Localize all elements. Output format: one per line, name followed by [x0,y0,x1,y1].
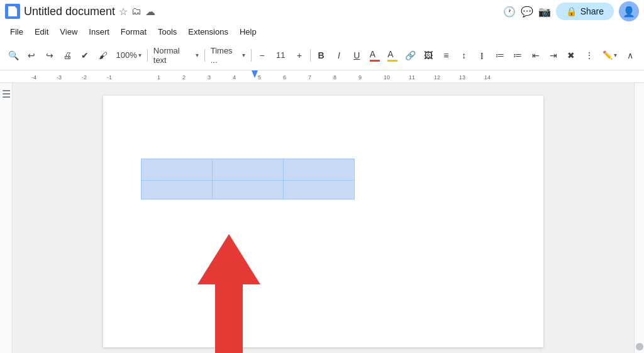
menu-extensions[interactable]: Extensions [183,25,233,38]
svg-text:7: 7 [308,74,311,81]
svg-marker-20 [197,234,260,353]
paint-format-icon[interactable]: 🖌 [94,47,111,64]
collapse-toolbar-icon[interactable]: ∧ [621,47,638,64]
text-color-bar [370,60,380,62]
list-icon[interactable]: ≔ [491,47,508,64]
comment-icon[interactable]: 💬 [521,6,533,18]
menu-format[interactable]: Format [116,25,152,38]
highlight-color-bar [387,60,397,62]
outline-toggle[interactable]: ☰ [2,88,11,100]
style-dropdown[interactable]: Normal text ▾ [150,45,203,66]
ordered-list-icon[interactable]: ≔ [509,47,526,64]
search-icon[interactable]: 🔍 [5,47,22,64]
font-size-increase-icon[interactable]: + [291,47,308,64]
svg-text:-1: -1 [107,74,112,81]
separator-2 [204,49,205,62]
redo-icon[interactable]: ↪ [41,47,58,64]
history-icon[interactable]: 🕐 [503,6,516,18]
table-container [141,159,355,199]
svg-text:-4: -4 [31,74,36,81]
underline-button[interactable]: U [348,47,365,64]
indent-increase-icon[interactable]: ⇥ [545,47,562,64]
separator-1 [147,49,148,62]
table-cell[interactable] [213,159,284,181]
table-cell[interactable] [284,181,355,199]
svg-text:1: 1 [157,74,160,81]
cloud-icon[interactable]: ☁ [145,6,155,18]
svg-text:9: 9 [358,74,362,81]
svg-text:3: 3 [208,74,211,81]
table-row [142,159,355,181]
font-chevron: ▾ [242,52,245,59]
ruler: -4 -3 -2 -1 1 2 3 4 5 6 7 8 9 10 11 12 1… [0,70,644,83]
highlight-color-button[interactable]: A [384,47,401,64]
svg-text:14: 14 [484,74,491,81]
separator-4 [310,49,311,62]
menu-view[interactable]: View [55,25,82,38]
left-sidebar: ☰ [0,83,13,353]
share-button[interactable]: 🔒 Share [556,3,614,20]
clear-format-icon[interactable]: ✖ [563,47,580,64]
undo-icon[interactable]: ↩ [23,47,40,64]
arrow-annotation [191,234,267,353]
scroll-button[interactable] [636,343,643,350]
folder-icon[interactable]: 🗂 [131,6,142,17]
table-cell[interactable] [213,181,284,199]
bold-button[interactable]: B [313,47,330,64]
spellcheck-icon[interactable]: ✔ [77,47,94,64]
indent-decrease-icon[interactable]: ⇤ [527,47,544,64]
avatar[interactable]: 👤 [619,1,639,21]
doc-icon [5,4,20,19]
font-size-input[interactable] [271,50,290,60]
menu-file[interactable]: File [5,25,28,38]
lock-icon: 🔒 [566,6,577,16]
zoom-chevron: ▾ [138,52,142,59]
align-icon[interactable]: ≡ [438,47,455,64]
style-chevron: ▾ [196,52,199,59]
svg-text:2: 2 [182,74,186,81]
font-dropdown[interactable]: Times ... ▾ [207,45,249,66]
column-icon[interactable]: ⫿ [474,47,491,64]
style-label: Normal text [153,46,194,65]
table-cell[interactable] [284,159,355,181]
title-bar: Untitled document ☆ 🗂 ☁ 🕐 💬 📷 🔒 Share 👤 [0,0,644,23]
line-spacing-icon[interactable]: ↕ [455,47,472,64]
svg-text:-3: -3 [57,74,62,81]
font-size-decrease-icon[interactable]: − [253,47,270,64]
italic-button[interactable]: I [330,47,347,64]
document-area[interactable] [13,83,634,353]
svg-text:-2: -2 [82,74,87,81]
pencil-icon: ✏️ [602,50,613,60]
main-area: ☰ [0,83,644,353]
svg-text:4: 4 [233,74,236,81]
title-actions: 🕐 💬 📷 🔒 Share 👤 [503,1,639,21]
toolbar: 🔍 ↩ ↪ 🖨 ✔ 🖌 100% ▾ Normal text ▾ Times .… [0,40,644,70]
doc-title-row: Untitled document ☆ 🗂 ☁ [24,5,499,18]
edit-mode-dropdown[interactable]: ✏️ ▾ [599,49,621,61]
doc-title[interactable]: Untitled document [24,5,115,18]
zoom-dropdown[interactable]: 100% ▾ [113,49,145,61]
svg-text:10: 10 [384,74,390,81]
zoom-value: 100% [116,50,137,60]
edit-mode-chevron: ▾ [614,52,617,59]
menu-insert[interactable]: Insert [84,25,114,38]
document-table[interactable] [141,159,355,199]
link-icon[interactable]: 🔗 [402,47,419,64]
svg-text:5: 5 [258,74,261,81]
star-icon[interactable]: ☆ [119,6,128,18]
menu-edit[interactable]: Edit [30,25,53,38]
table-cell[interactable] [142,181,213,199]
svg-text:6: 6 [283,74,286,81]
menu-bar: File Edit View Insert Format Tools Exten… [0,23,644,40]
text-color-button[interactable]: A [366,47,383,64]
print-icon[interactable]: 🖨 [58,47,75,64]
video-icon[interactable]: 📷 [538,6,551,18]
right-scrollbar [634,83,644,353]
more-icon[interactable]: ⋮ [580,47,597,64]
menu-tools[interactable]: Tools [153,25,182,38]
font-label: Times ... [211,46,241,65]
svg-text:12: 12 [434,74,440,81]
image-icon[interactable]: 🖼 [419,47,436,64]
menu-help[interactable]: Help [235,25,262,38]
table-cell[interactable] [142,159,213,181]
